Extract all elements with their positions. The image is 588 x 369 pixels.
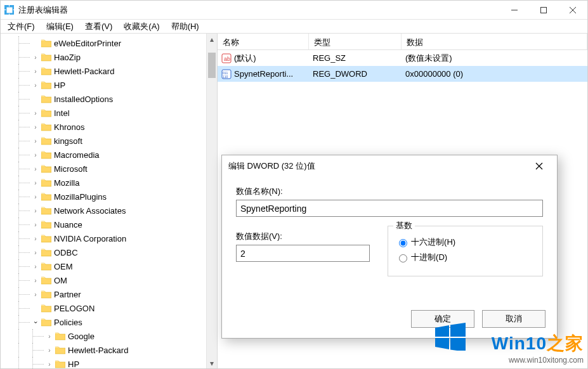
chevron-right-icon[interactable]: ›	[32, 124, 39, 131]
tree-item[interactable]: ›HP	[1, 357, 217, 368]
folder-icon	[41, 67, 51, 75]
chevron-right-icon[interactable]: ›	[32, 82, 39, 89]
menu-help[interactable]: 帮助(H)	[166, 20, 205, 34]
reg-dword-icon: 011110	[221, 69, 232, 79]
tree-item[interactable]: ›Google	[1, 329, 217, 343]
tree-item[interactable]: ›Intel	[1, 106, 217, 120]
menu-file[interactable]: 文件(F)	[2, 20, 41, 34]
chevron-right-icon[interactable]: ›	[32, 110, 39, 117]
chevron-right-icon[interactable]: ›	[32, 193, 39, 200]
tree-item[interactable]: ›InstalledOptions	[1, 92, 217, 106]
tree-item[interactable]: ›Microsoft	[1, 162, 217, 176]
tree-item[interactable]: ›MozillaPlugins	[1, 190, 217, 204]
folder-icon	[41, 318, 51, 327]
col-data[interactable]: 数据	[402, 34, 587, 49]
tree-item[interactable]: ›HP	[1, 78, 217, 92]
scroll-thumb[interactable]	[208, 53, 216, 78]
chevron-right-icon[interactable]: ›	[32, 138, 39, 145]
chevron-right-icon[interactable]: ›	[46, 361, 53, 368]
tree-item[interactable]: ›Network Associates	[1, 204, 217, 217]
tree-item[interactable]: ›Khronos	[1, 120, 217, 134]
registry-editor-window: 注册表编辑器 文件(F) 编辑(E) 查看(V) 收藏夹(A) 帮助(H) ›e…	[0, 0, 588, 369]
list-rows: ab(默认)REG_SZ(数值未设置)011110SpynetReporti..…	[218, 50, 587, 82]
tree-item[interactable]: ›NVIDIA Corporation	[1, 231, 217, 245]
svg-marker-16	[435, 325, 449, 337]
chevron-right-icon[interactable]: ›	[32, 235, 39, 242]
menu-edit[interactable]: 编辑(E)	[41, 20, 79, 34]
radio-dec-input[interactable]	[399, 254, 407, 262]
radio-dec[interactable]: 十进制(D)	[396, 252, 535, 263]
svg-marker-19	[450, 338, 466, 351]
chevron-right-icon[interactable]: ›	[32, 68, 39, 75]
value-data-input[interactable]	[236, 245, 370, 262]
chevron-right-icon[interactable]: ›	[32, 291, 39, 298]
tree-item[interactable]: ›Hewlett-Packard	[1, 343, 217, 357]
folder-icon	[41, 262, 51, 271]
list-row[interactable]: 011110SpynetReporti...REG_DWORD0x0000000…	[218, 66, 587, 82]
tree-item[interactable]: ›ODBC	[1, 245, 217, 259]
chevron-right-icon[interactable]: ›	[32, 165, 39, 172]
tree-item[interactable]: ›eWebEditorPrinter	[1, 36, 217, 50]
tree-item[interactable]: ›Mozilla	[1, 176, 217, 190]
chevron-right-icon[interactable]: ›	[32, 207, 39, 214]
value-data-label: 数值数据(V):	[236, 231, 370, 242]
scroll-up-icon[interactable]: ▴	[207, 34, 217, 44]
folder-icon	[41, 94, 51, 103]
maximize-button[interactable]	[529, 1, 558, 20]
registry-tree[interactable]: ›eWebEditorPrinter›HaoZip›Hewlett-Packar…	[1, 34, 217, 368]
close-button[interactable]	[558, 1, 587, 20]
tree-item[interactable]: ›PELOGON	[1, 301, 217, 315]
cancel-button[interactable]: 取消	[482, 310, 546, 328]
tree-item[interactable]: ›HaoZip	[1, 50, 217, 64]
tree-item[interactable]: ›Partner	[1, 287, 217, 301]
list-header: 名称 类型 数据	[218, 34, 587, 50]
chevron-down-icon[interactable]: ›	[32, 319, 39, 325]
radio-hex[interactable]: 十六进制(H)	[396, 236, 535, 248]
svg-marker-18	[435, 338, 449, 349]
svg-rect-4	[6, 7, 13, 13]
tree-item-label: Nuance	[54, 220, 82, 230]
value-name-input[interactable]	[236, 200, 543, 217]
menu-view[interactable]: 查看(V)	[79, 20, 118, 34]
tree-item-label: ODBC	[54, 248, 78, 257]
chevron-right-icon[interactable]: ›	[46, 333, 53, 340]
folder-icon	[41, 53, 51, 62]
chevron-right-icon[interactable]: ›	[32, 263, 39, 270]
tree-item-label: eWebEditorPrinter	[54, 39, 121, 48]
folder-icon	[41, 192, 51, 201]
tree-item[interactable]: ›OM	[1, 273, 217, 287]
tree-item[interactable]: ›OEM	[1, 259, 217, 273]
chevron-right-icon[interactable]: ›	[32, 221, 39, 228]
tree-item[interactable]: ›Macromedia	[1, 148, 217, 162]
edit-dword-dialog: 编辑 DWORD (32 位)值 数值名称(N): 数值数据(V): 基数 十六…	[221, 155, 558, 339]
tree-item[interactable]: ›Policies	[1, 315, 217, 329]
chevron-right-icon[interactable]: ›	[32, 249, 39, 256]
svg-marker-17	[450, 323, 466, 337]
tree-item[interactable]: ›kingsoft	[1, 134, 217, 148]
base-fieldset: 基数 十六进制(H) 十进制(D)	[388, 226, 543, 276]
tree-item-label: Partner	[54, 290, 81, 299]
chevron-right-icon[interactable]: ›	[32, 179, 39, 186]
folder-icon	[41, 248, 51, 257]
folder-icon	[41, 234, 51, 243]
col-type[interactable]: 类型	[309, 34, 402, 49]
tree-item[interactable]: ›Nuance	[1, 217, 217, 231]
folder-icon	[41, 136, 51, 145]
list-row[interactable]: ab(默认)REG_SZ(数值未设置)	[218, 50, 587, 66]
scroll-down-icon[interactable]: ▾	[207, 358, 217, 368]
watermark-url: www.win10xitong.com	[492, 356, 584, 365]
menu-favorites[interactable]: 收藏夹(A)	[118, 20, 165, 34]
chevron-right-icon[interactable]: ›	[32, 54, 39, 61]
tree-scrollbar[interactable]: ▴ ▾	[206, 34, 217, 368]
chevron-right-icon[interactable]: ›	[32, 277, 39, 284]
minimize-button[interactable]	[500, 1, 529, 20]
dialog-close-button[interactable]	[528, 157, 551, 175]
reg-string-icon: ab	[221, 53, 232, 63]
chevron-right-icon[interactable]: ›	[32, 152, 39, 159]
tree-item-label: HaoZip	[54, 53, 81, 62]
radio-hex-input[interactable]	[399, 239, 407, 247]
col-name[interactable]: 名称	[218, 34, 309, 49]
tree-item-label: HP	[54, 81, 65, 90]
chevron-right-icon[interactable]: ›	[46, 347, 53, 354]
tree-item[interactable]: ›Hewlett-Packard	[1, 64, 217, 78]
